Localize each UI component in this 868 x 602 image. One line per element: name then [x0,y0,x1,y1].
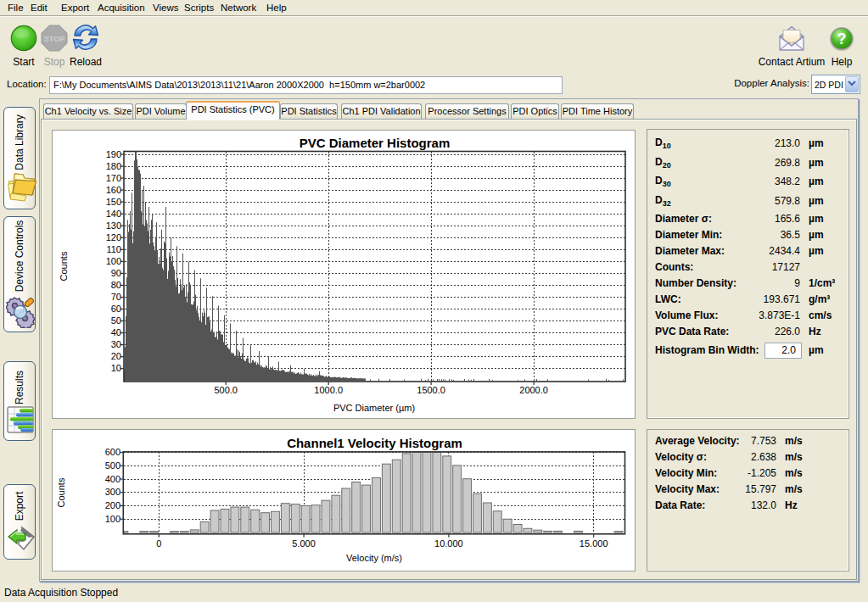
svg-text:500: 500 [105,460,120,471]
svg-text:200: 200 [105,500,120,510]
svg-text:400: 400 [105,474,120,484]
svg-text:100: 100 [105,514,120,524]
svg-text:0: 0 [156,538,161,549]
svg-text:15.000: 15.000 [580,538,608,549]
svg-text:Velocity (m/s): Velocity (m/s) [346,553,402,563]
svg-text:10.000: 10.000 [434,538,463,549]
svg-text:300: 300 [105,487,120,497]
svg-text:600: 600 [105,447,120,457]
svg-text:Counts: Counts [56,477,66,507]
svg-text:5.000: 5.000 [292,538,316,549]
